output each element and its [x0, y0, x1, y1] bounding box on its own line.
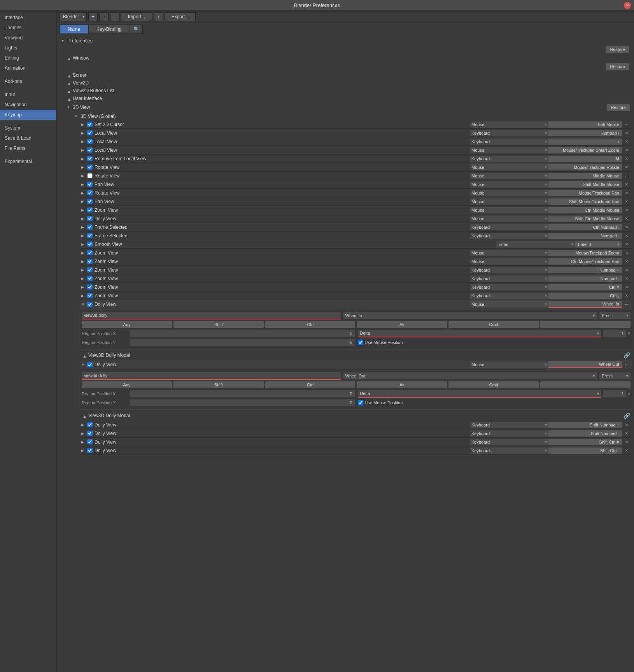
mod-any-1[interactable]: Any: [82, 321, 172, 328]
row-checkbox-lv3[interactable]: [87, 147, 93, 153]
sidebar-item-viewport[interactable]: Viewport: [0, 33, 56, 43]
delta-value-input-1[interactable]: [603, 330, 626, 337]
preset-dropdown[interactable]: Blender: [60, 12, 87, 21]
sidebar-item-editing[interactable]: Editing: [0, 53, 56, 63]
binding-btn-dv1[interactable]: Shift Ctrl Middle Mouse: [548, 216, 622, 222]
type-select-lv1[interactable]: Keyboard ▼: [470, 130, 548, 136]
type-dropdown-dv-snp[interactable]: Keyboard: [470, 422, 550, 428]
row-expand-lv2[interactable]: ▶: [81, 140, 87, 144]
row-checkbox-zv4[interactable]: [87, 267, 93, 272]
mod-any-2[interactable]: Any: [82, 381, 172, 388]
dolly-action-select-wrap-2[interactable]: Press ▼: [599, 372, 630, 379]
type-select-dv-sce[interactable]: Keyboard ▼: [470, 439, 548, 445]
row-checkbox-fs1[interactable]: [87, 225, 93, 230]
row-checkbox-pv1[interactable]: [87, 182, 93, 187]
row-expand-zv4[interactable]: ▶: [81, 268, 87, 272]
mod-alt-1[interactable]: Alt: [357, 321, 447, 328]
view2d-section[interactable]: ▶ View2D: [64, 79, 632, 87]
binding-btn-dv-snp[interactable]: Shift Numpad +: [548, 422, 622, 428]
type-dropdown-zv2[interactable]: Mouse: [470, 250, 550, 256]
x-btn-fs1[interactable]: ×: [622, 225, 631, 230]
binding-btn-dolly-wo[interactable]: Wheel Out: [548, 361, 622, 368]
delta-value-input-2[interactable]: [603, 390, 626, 397]
dolly-action-select-wrap-1[interactable]: Press ▼: [599, 312, 630, 319]
pos-x-input-1[interactable]: [130, 330, 355, 337]
type-dropdown-lv2[interactable]: Keyboard: [470, 139, 550, 145]
binding-btn-zv1[interactable]: Ctrl Middle Mouse: [548, 207, 622, 213]
row-checkbox-dv-snp[interactable]: [87, 422, 93, 427]
type-select-pv2[interactable]: Mouse ▼: [470, 198, 548, 205]
mod-shift-2[interactable]: Shift: [173, 381, 264, 388]
binding-btn-set3dcursor[interactable]: Left Mouse: [548, 121, 622, 128]
row-checkbox-zv1[interactable]: [87, 207, 93, 212]
row-checkbox-fs2[interactable]: [87, 233, 93, 238]
row-expand-set3dcursor[interactable]: ▶: [81, 123, 87, 126]
row-expand-zv3[interactable]: ▶: [81, 260, 87, 263]
use-mouse-checkbox-1[interactable]: [358, 340, 363, 345]
download-preset-button[interactable]: ↓: [110, 12, 119, 21]
type-select-pv1[interactable]: Mouse ▼: [470, 181, 548, 188]
type-dropdown-lv3[interactable]: Mouse: [470, 147, 550, 153]
arrow-btn-rv2[interactable]: ←: [622, 173, 631, 179]
restore-button-2[interactable]: Restore: [606, 63, 629, 70]
x-btn-dv1[interactable]: ×: [622, 216, 631, 221]
type-select-rv3[interactable]: Mouse ▼: [470, 190, 548, 196]
3d-view-global-header[interactable]: ▼ 3D View (Global): [72, 112, 632, 120]
row-expand-dv-scm[interactable]: ▶: [81, 449, 87, 453]
type-dropdown-set3dcursor[interactable]: Mouse: [470, 121, 550, 128]
preferences-triangle[interactable]: ▼: [61, 39, 66, 43]
binding-btn-fs2[interactable]: Numpad .: [548, 233, 622, 239]
sidebar-item-navigation[interactable]: Navigation: [0, 100, 56, 110]
modal-triangle-2[interactable]: ▶: [82, 413, 86, 418]
type-dropdown-pv1[interactable]: Mouse: [470, 181, 550, 188]
sidebar-item-filepaths[interactable]: File Paths: [0, 143, 56, 153]
type-dropdown-fs1[interactable]: Keyboard: [470, 224, 550, 230]
row-expand-fs1[interactable]: ▶: [81, 225, 87, 229]
row-expand-lv1[interactable]: ▶: [81, 131, 87, 135]
x-btn-lv2[interactable]: ×: [622, 139, 631, 144]
row-expand-rv2[interactable]: ▶: [81, 174, 87, 178]
row-checkbox-zv3[interactable]: [87, 259, 93, 264]
type-dropdown-rlv[interactable]: Keyboard: [470, 156, 550, 162]
dolly-event-select-wrap-1[interactable]: Wheel In ▼: [343, 312, 597, 319]
type-dropdown-dolly-wo[interactable]: Mouse: [470, 361, 550, 368]
row-expand-rv1[interactable]: ▶: [81, 165, 87, 169]
x-btn-dv-snp[interactable]: ×: [622, 422, 631, 428]
delta-select-1[interactable]: Delta: [358, 330, 601, 337]
view2d-buttons-section[interactable]: ▶ View2D Buttons List: [64, 87, 632, 95]
type-select-fs1[interactable]: Keyboard ▼: [470, 224, 548, 230]
x-btn-rv1[interactable]: ×: [622, 165, 631, 170]
link-icon-1[interactable]: 🔗: [623, 352, 630, 358]
binding-btn-zv4[interactable]: Numpad +: [548, 267, 622, 273]
sidebar-item-animation[interactable]: Animation: [0, 63, 56, 73]
x-btn-rv3[interactable]: ×: [622, 190, 631, 196]
binding-btn-rv3[interactable]: Mouse/Trackpad Pan: [548, 190, 622, 196]
row-expand-pv1[interactable]: ▶: [81, 182, 87, 186]
type-dropdown-fs2[interactable]: Keyboard: [470, 233, 550, 239]
type-select-zv2[interactable]: Mouse ▼: [470, 250, 548, 256]
row-expand-zv7[interactable]: ▶: [81, 294, 87, 298]
dolly-event-select-1[interactable]: Wheel In: [343, 312, 597, 319]
modal-triangle-1[interactable]: ▶: [82, 353, 86, 358]
remove-preset-button[interactable]: -: [99, 12, 109, 21]
search-button[interactable]: 🔍: [130, 25, 143, 34]
close-button[interactable]: ✕: [624, 2, 631, 9]
type-dropdown-dolly-wi[interactable]: Mouse: [470, 301, 550, 307]
dolly-input-name-field-1[interactable]: [82, 312, 341, 319]
type-dropdown-lv1[interactable]: Keyboard: [470, 130, 550, 136]
x-btn-zv6[interactable]: ×: [622, 284, 631, 290]
type-select-zv3[interactable]: Mouse ▼: [470, 258, 548, 265]
dolly-event-select-2[interactable]: Wheel Out: [343, 372, 597, 379]
timer-select[interactable]: Timer 1: [575, 241, 622, 247]
row-expand-zv1[interactable]: ▶: [81, 208, 87, 212]
3d-view-triangle[interactable]: ▼: [67, 105, 71, 109]
binding-btn-pv2[interactable]: Shift Mouse/Trackpad Pan: [548, 198, 622, 205]
binding-btn-zv2[interactable]: Mouse/Trackpad Zoom: [548, 250, 622, 256]
type-select-set3dcursor[interactable]: Mouse ▼: [470, 121, 548, 128]
delta-select-wrap-2[interactable]: Delta ▼: [358, 390, 601, 398]
row-checkbox-sv[interactable]: [87, 242, 93, 247]
type-dropdown-zv5[interactable]: Keyboard: [470, 275, 550, 282]
sidebar-item-lights[interactable]: Lights: [0, 43, 56, 53]
restore-button-3dview[interactable]: Restore: [606, 104, 630, 111]
pos-y-input-1[interactable]: [130, 339, 355, 346]
